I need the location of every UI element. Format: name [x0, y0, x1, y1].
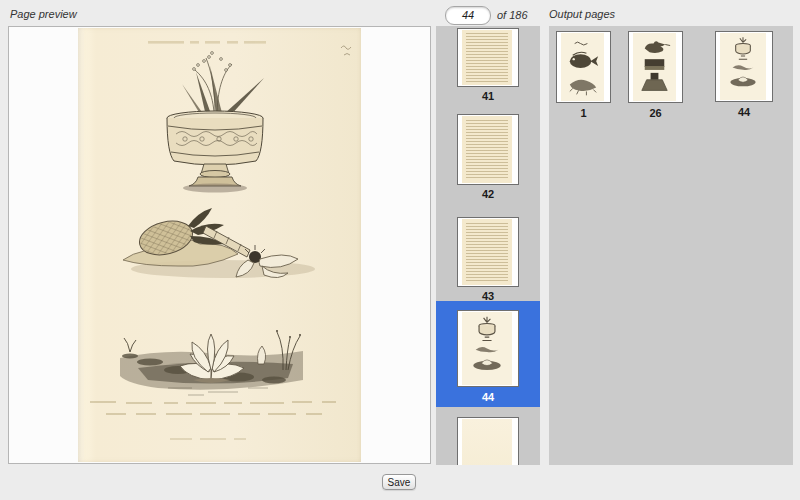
- output-page-item-1[interactable]: 1: [556, 31, 611, 120]
- faint-caption-text: [90, 401, 336, 415]
- handwritten-mark: [341, 46, 351, 55]
- thumbnail-page-number: 44: [436, 391, 540, 404]
- output-page-item-44[interactable]: 44: [715, 31, 773, 119]
- bird-plate-mini-illustration: [633, 33, 676, 101]
- faint-header-text: [148, 41, 266, 44]
- page-thumbnail[interactable]: [457, 417, 519, 465]
- vase-illustration: [167, 52, 264, 193]
- page-thumbnail[interactable]: [457, 28, 519, 87]
- plate-mini-illustration: [462, 312, 512, 385]
- page-thumbnail[interactable]: [556, 31, 611, 103]
- filmstrip-item-44-selected[interactable]: 44: [436, 301, 540, 407]
- page-thumbnail[interactable]: [628, 31, 683, 103]
- save-button[interactable]: Save: [382, 474, 416, 490]
- filmstrip-item-43[interactable]: 43: [436, 217, 540, 303]
- thumbnail-page-number: 42: [436, 188, 540, 201]
- fish-plate-mini-illustration: [561, 33, 604, 101]
- pager: of 186: [445, 5, 528, 25]
- water-lily-illustration: [120, 330, 303, 395]
- page-preview-panel: [8, 26, 431, 464]
- page-total-label: of 186: [497, 9, 528, 21]
- thumbnail-page-number: 26: [628, 107, 683, 120]
- output-page-item-26[interactable]: 26: [628, 31, 683, 120]
- thumbnail-page-number: 1: [556, 107, 611, 120]
- thumbnail-page-number: 44: [715, 106, 773, 119]
- page-thumbnail[interactable]: [457, 114, 519, 185]
- page-thumbnail[interactable]: [457, 217, 519, 287]
- scanned-page-image: [78, 28, 361, 462]
- faint-caption-text-2: [170, 438, 246, 440]
- filmstrip-item-41[interactable]: 41: [436, 28, 540, 103]
- output-pages-label: Output pages: [549, 8, 615, 20]
- page-thumbnail[interactable]: [457, 310, 519, 387]
- thumbnail-page-number: 41: [436, 90, 540, 103]
- page-preview-label: Page preview: [10, 8, 77, 20]
- page-filmstrip[interactable]: 41 42 43: [436, 26, 540, 465]
- plate-mini-illustration: [720, 33, 766, 100]
- plate-illustration: [78, 28, 361, 462]
- page-thumbnail[interactable]: [715, 31, 773, 102]
- filmstrip-item-45[interactable]: [436, 417, 540, 465]
- output-pages-panel: 1 26: [549, 26, 793, 465]
- page-number-input[interactable]: [445, 6, 491, 25]
- filmstrip-item-42[interactable]: 42: [436, 114, 540, 201]
- pineapple-illustration: [123, 208, 315, 278]
